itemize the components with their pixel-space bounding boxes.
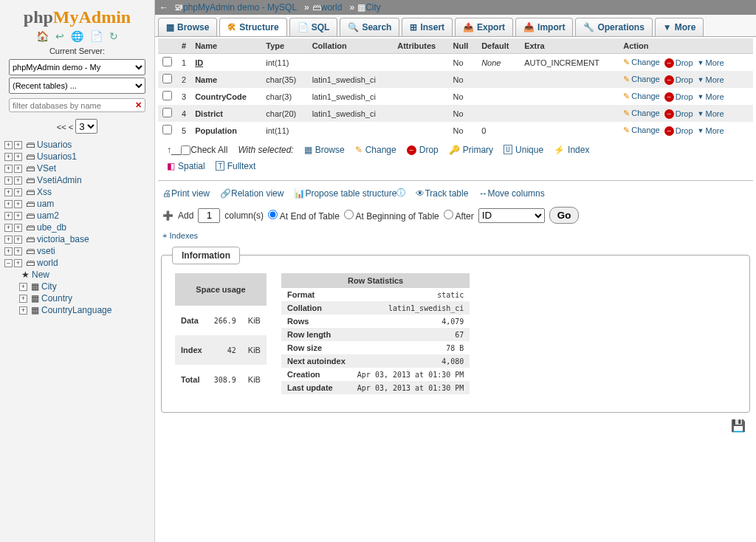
expand-icon[interactable]: +	[4, 200, 13, 208]
expand-icon[interactable]: +	[14, 153, 22, 161]
recent-tables-select[interactable]: (Recent tables) ...	[9, 78, 145, 94]
bc-server[interactable]: phpMyAdmin demo - MySQL	[183, 2, 297, 13]
go-button[interactable]: Go	[549, 207, 580, 224]
expand-icon[interactable]: +	[14, 165, 22, 173]
expand-icon[interactable]: +	[4, 165, 13, 173]
expand-icon[interactable]: +	[14, 176, 22, 185]
ws-unique[interactable]: 🅄Unique	[504, 145, 543, 155]
db-Usuarios1[interactable]: ++🗃Usuarios1	[4, 151, 150, 162]
relation-view[interactable]: 🔗Relation view	[220, 188, 284, 199]
db-ube_db[interactable]: ++🗃ube_db	[4, 222, 150, 233]
ws-index[interactable]: ⚡Index	[554, 145, 589, 155]
home-icon[interactable]: 🏠	[36, 30, 49, 42]
tab-search[interactable]: 🔍Search	[340, 18, 399, 36]
expand-icon[interactable]: +	[19, 306, 27, 315]
drop-link[interactable]: –Drop	[664, 58, 693, 68]
expand-icon[interactable]: +	[4, 188, 13, 196]
db-VSet[interactable]: ++🗃VSet	[4, 162, 150, 174]
change-link[interactable]: ✎Change	[623, 75, 660, 84]
add-count-input[interactable]	[198, 208, 220, 223]
collapse-icon[interactable]: –	[4, 259, 13, 267]
more-link[interactable]: ▼More	[698, 92, 724, 101]
bc-database[interactable]: world	[321, 2, 343, 13]
row-checkbox[interactable]	[162, 74, 172, 83]
db-uam2[interactable]: ++🗃uam2	[4, 210, 150, 222]
move-columns[interactable]: ↔Move columns	[478, 188, 544, 199]
row-checkbox[interactable]	[162, 108, 172, 117]
tab-insert[interactable]: ⊞Insert	[402, 18, 453, 36]
expand-icon[interactable]: +	[14, 200, 22, 208]
expand-icon[interactable]: +	[14, 188, 22, 196]
db-uam[interactable]: ++🗃uam	[4, 198, 150, 210]
row-checkbox[interactable]	[162, 57, 172, 66]
back-icon[interactable]: ←	[159, 2, 168, 13]
table-City[interactable]: +▦City	[19, 281, 150, 292]
change-link[interactable]: ✎Change	[623, 126, 660, 135]
drop-link[interactable]: –Drop	[664, 126, 693, 136]
table-New[interactable]: ★New	[19, 269, 150, 281]
at-beginning[interactable]: At Beginning of Table	[344, 210, 439, 222]
db-Usuarios[interactable]: ++🗃Usuarios	[4, 139, 150, 151]
ws-change[interactable]: ✎Change	[355, 145, 396, 155]
expand-icon[interactable]: +	[19, 283, 27, 291]
docs-icon[interactable]: 📄	[90, 30, 103, 42]
db-vseti[interactable]: ++🗃vseti	[4, 245, 150, 257]
tab-sql[interactable]: 📄SQL	[289, 18, 338, 36]
ws-fulltext[interactable]: 🅃Fulltext	[216, 161, 256, 171]
more-link[interactable]: ▼More	[698, 75, 724, 84]
expand-icon[interactable]: +	[4, 176, 13, 185]
expand-icon[interactable]: +	[4, 224, 13, 232]
drop-link[interactable]: –Drop	[664, 109, 693, 119]
expand-icon[interactable]: +	[4, 247, 13, 255]
logout-icon[interactable]: ↩	[55, 30, 64, 42]
page-select[interactable]: 3	[75, 119, 97, 134]
print-view[interactable]: 🖨Print view	[162, 188, 210, 199]
check-all-box[interactable]	[181, 145, 190, 155]
ws-primary[interactable]: 🔑Primary	[449, 145, 493, 155]
expand-icon[interactable]: +	[14, 141, 22, 149]
help-icon[interactable]: ⓘ	[396, 187, 405, 199]
after-column-select[interactable]: ID	[478, 208, 545, 223]
expand-icon[interactable]: +	[19, 295, 27, 303]
tab-browse[interactable]: ▦Browse	[158, 18, 217, 36]
propose-structure[interactable]: 📊Propose table structure ⓘ	[294, 187, 405, 199]
check-all[interactable]: ↑__ Check All	[167, 145, 227, 155]
filter-databases[interactable]: ✕	[9, 98, 145, 112]
drop-link[interactable]: –Drop	[664, 92, 693, 102]
tab-export[interactable]: 📤Export	[455, 18, 513, 36]
row-checkbox[interactable]	[162, 91, 172, 100]
track-table[interactable]: 👁Track table	[416, 188, 468, 199]
table-CountryLanguage[interactable]: +▦CountryLanguage	[19, 304, 150, 316]
change-link[interactable]: ✎Change	[623, 92, 660, 101]
server-select[interactable]: phpMyAdmin demo - My	[9, 59, 145, 75]
expand-icon[interactable]: +	[14, 236, 22, 244]
after[interactable]: After	[444, 210, 474, 222]
expand-icon[interactable]: +	[14, 224, 22, 232]
expand-icon[interactable]: +	[4, 153, 13, 161]
more-link[interactable]: ▼More	[698, 58, 724, 67]
logo[interactable]: phpMyAdmin	[3, 4, 151, 29]
expand-icon[interactable]: +	[4, 236, 13, 244]
reload-icon[interactable]: ↻	[109, 30, 118, 42]
change-link[interactable]: ✎Change	[623, 58, 660, 67]
expand-icon[interactable]: +	[14, 212, 22, 220]
expand-icon[interactable]: +	[4, 212, 13, 220]
globe-icon[interactable]: 🌐	[71, 30, 83, 42]
at-end[interactable]: At End of Table	[268, 210, 340, 222]
ws-drop[interactable]: –Drop	[407, 145, 439, 155]
tab-operations[interactable]: 🔧Operations	[575, 18, 652, 36]
tab-structure[interactable]: 🛠Structure	[219, 18, 286, 36]
drop-link[interactable]: –Drop	[664, 75, 693, 85]
ws-spatial[interactable]: ◧Spatial	[167, 161, 205, 171]
prev-pages[interactable]: << <	[57, 123, 73, 131]
bc-table[interactable]: City	[365, 2, 381, 13]
db-Xss[interactable]: ++🗃Xss	[4, 186, 150, 198]
tab-more[interactable]: ▼More	[655, 18, 704, 36]
ws-browse[interactable]: ▦Browse	[304, 145, 345, 155]
row-checkbox[interactable]	[162, 125, 172, 134]
filter-input[interactable]	[13, 101, 132, 110]
save-icon[interactable]: 💾	[158, 416, 753, 436]
db-world[interactable]: –+🗃world	[4, 257, 150, 269]
indexes-toggle[interactable]: + Indexes	[162, 231, 198, 240]
more-link[interactable]: ▼More	[698, 126, 724, 135]
